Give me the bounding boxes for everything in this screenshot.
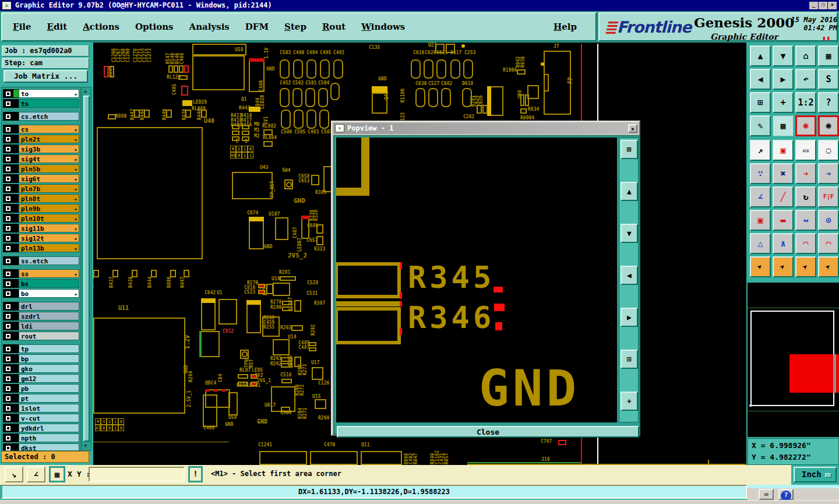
construct-angle-button[interactable]: ∠ [750, 186, 771, 207]
rotate-button[interactable]: ↻ [795, 186, 816, 207]
layer-checkbox-to[interactable] [5, 90, 12, 97]
measure-ruler-button[interactable]: ▭ [795, 140, 816, 161]
layer-checkbox-ss[interactable] [5, 270, 12, 277]
layer-name-pln13b[interactable]: pln13b➤ [19, 244, 79, 252]
menu-dfm[interactable]: DFM [245, 22, 269, 32]
construct-line-button[interactable]: ╱ [773, 186, 794, 207]
layer-checkbox-ydkdrl[interactable] [5, 425, 12, 432]
cursor-lasso-button[interactable]: ➤ [795, 256, 816, 277]
stretch-button[interactable]: ↔ [795, 210, 816, 231]
cursor-frame-button[interactable]: ➤ [773, 256, 794, 277]
layer-name-ss.etch[interactable]: ss.etch [19, 256, 79, 265]
popview-zoom-out-button[interactable]: ▼ [621, 224, 638, 243]
menu-rout[interactable]: Rout [322, 22, 346, 32]
popview-fit-view-button[interactable]: ⊡ [621, 350, 638, 369]
layer-checkbox-sig3b[interactable] [5, 146, 12, 153]
menu-actions[interactable]: Actions [83, 22, 119, 32]
chain-select-button[interactable]: ∵ [750, 163, 771, 184]
layer-row-v-cut[interactable]: v-cut [3, 414, 79, 422]
move-to-layer-button[interactable]: ➔ [818, 163, 839, 184]
layer-checkbox-sig4t[interactable] [5, 156, 12, 163]
layer-row-sig3b[interactable]: sig3b➤ [3, 144, 79, 153]
layer-checkbox-1slot[interactable] [5, 405, 12, 412]
layer-row-drl[interactable]: drl [3, 302, 79, 311]
layer-row-ss.etch[interactable]: ss.etch [3, 256, 79, 265]
layer-name-tp[interactable]: tp [19, 344, 79, 353]
layer-name-ts[interactable]: ts [19, 99, 79, 108]
popview-close-button[interactable]: Close [337, 426, 639, 438]
layer-row-pb[interactable]: pb [3, 384, 79, 393]
zoom-area-button[interactable]: ↘ [5, 466, 23, 482]
layer-name-sig3b[interactable]: sig3b➤ [19, 144, 79, 153]
surface-arc-button[interactable]: ◠ [795, 233, 816, 254]
menu-step[interactable]: Step [284, 22, 306, 32]
layer-row-ts[interactable]: ts [3, 99, 79, 108]
layer-name-v-cut[interactable]: v-cut [19, 414, 79, 422]
layer-row-sig4t[interactable]: sig4t➤ [3, 154, 79, 163]
zoom-out-button[interactable]: ▼ [773, 45, 794, 66]
layer-row-sig12t[interactable]: sig12t➤ [3, 234, 79, 242]
layer-name-to[interactable]: to➤ [19, 89, 79, 98]
layer-row-ydkdrl[interactable]: ydkdrl [3, 424, 79, 432]
units-button[interactable]: Inch [794, 467, 837, 482]
surface-cross-button[interactable]: ◠ [818, 233, 839, 254]
layer-row-rout[interactable]: rout [3, 332, 79, 340]
layer-checkbox-pln10t[interactable] [5, 215, 12, 222]
close-button[interactable]: × [828, 2, 837, 9]
layer-checkbox-szdrl[interactable] [5, 313, 12, 320]
layer-checkbox-bo[interactable] [5, 290, 12, 297]
fit-window-button[interactable]: ⊞ [750, 92, 771, 113]
popview-zoom-in-button[interactable]: ▲ [621, 182, 638, 201]
layer-checkbox-bp[interactable] [5, 355, 12, 362]
layer-checkbox-pln2t[interactable] [5, 136, 12, 143]
xy-input[interactable] [89, 467, 185, 482]
layer-row-bo[interactable]: bo➤ [3, 289, 79, 298]
layer-row-pt[interactable]: pt [3, 394, 79, 403]
layer-name-npth[interactable]: npth [19, 433, 79, 442]
layer-name-sig4t[interactable]: sig4t➤ [19, 154, 79, 163]
popview-pan-center-button[interactable]: + [621, 392, 638, 411]
copy-to-layer-button[interactable]: ➔ [795, 163, 816, 184]
mirror-button[interactable]: F|F [818, 186, 839, 207]
menu-windows[interactable]: Windows [361, 22, 405, 32]
layer-name-drl[interactable]: drl [19, 302, 79, 311]
home-view-button[interactable]: ⌂ [795, 45, 816, 66]
scroll-up-icon[interactable]: ▲ [84, 88, 90, 94]
view-windows-button[interactable]: ▦ [818, 45, 839, 66]
layer-checkbox-pln5b[interactable] [5, 165, 12, 172]
layer-row-pln10t[interactable]: pln10t➤ [3, 214, 79, 223]
layer-row-dkst[interactable]: dkst [3, 443, 79, 451]
layer-row-sig11b[interactable]: sig11b➤ [3, 224, 79, 232]
redraw-button[interactable]: S [818, 69, 839, 90]
pan-left-button[interactable]: ◀ [750, 69, 771, 90]
layer-name-pln10t[interactable]: pln10t➤ [19, 214, 79, 223]
layer-name-pln8t[interactable]: pln8t➤ [19, 194, 79, 203]
layer-checkbox-sig11b[interactable] [5, 225, 12, 232]
layer-name-ss[interactable]: ss➤ [19, 269, 79, 278]
layer-checkbox-ss.etch[interactable] [5, 258, 12, 265]
popview-close-icon[interactable]: × [628, 124, 637, 133]
layer-name-szdrl[interactable]: szdrl [19, 312, 79, 320]
help-button[interactable]: ? [818, 92, 839, 113]
popview-detach-view-button[interactable]: ⊞ [621, 140, 638, 159]
layer-row-sig6t[interactable]: sig6t➤ [3, 174, 79, 183]
layer-row-pln8t[interactable]: pln8t➤ [3, 194, 79, 203]
layer-checkbox-pln7b[interactable] [5, 185, 12, 192]
surface-chevron-button[interactable]: ∧ [773, 233, 794, 254]
menu-help[interactable]: Help [554, 22, 577, 32]
delete-button[interactable]: ✖ [773, 163, 794, 184]
popview-pan-right-button[interactable]: ▶ [621, 308, 638, 327]
layer-row-bs[interactable]: bs [3, 279, 79, 288]
layer-checkbox-pt[interactable] [5, 395, 12, 402]
layer-name-sig11b[interactable]: sig11b➤ [19, 224, 79, 232]
layer-checkbox-tp[interactable] [5, 346, 12, 353]
layer-row-pln7b[interactable]: pln7b➤ [3, 184, 79, 193]
layer-row-ss[interactable]: ss➤ [3, 269, 79, 278]
layer-name-pln9b[interactable]: pln9b➤ [19, 204, 79, 213]
layer-checkbox-ts[interactable] [5, 100, 12, 107]
layer-checkbox-dkst[interactable] [5, 445, 12, 452]
layer-scrollbar[interactable]: ▲ ▼ [82, 87, 91, 451]
copy-mode-button[interactable]: ▣ [773, 140, 794, 161]
layer-name-pln7b[interactable]: pln7b➤ [19, 184, 79, 193]
segment-button[interactable]: ▬ [773, 210, 794, 231]
